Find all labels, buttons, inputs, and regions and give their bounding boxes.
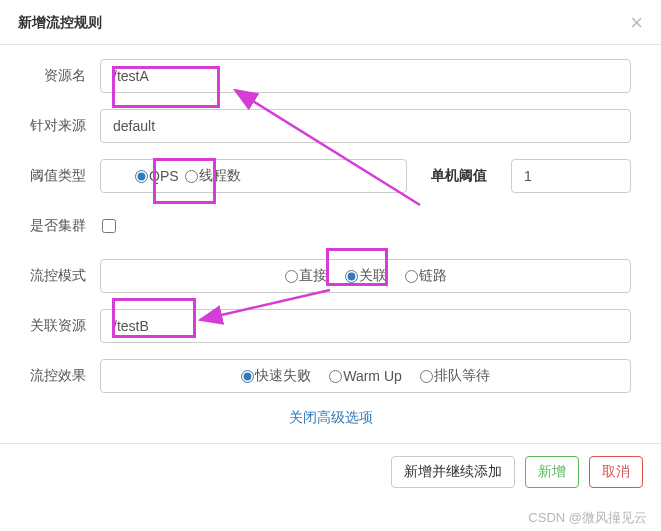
radio-effect-fast-fail-input[interactable] <box>241 370 254 383</box>
radio-effect-fast-fail-label: 快速失败 <box>255 367 311 385</box>
threshold-type-group: QPS 线程数 <box>100 159 407 193</box>
effect-group: 快速失败 Warm Up 排队等待 <box>100 359 631 393</box>
radio-effect-warm-up[interactable]: Warm Up <box>329 368 402 384</box>
cancel-button[interactable]: 取消 <box>589 456 643 488</box>
radio-qps[interactable]: QPS <box>135 168 179 184</box>
close-icon[interactable]: × <box>630 12 643 34</box>
label-mode: 流控模式 <box>30 267 100 285</box>
modal-body: 资源名 针对来源 阈值类型 QPS 线程数 单机阈值 是否集群 <box>0 45 661 443</box>
radio-mode-relate-label: 关联 <box>359 267 387 285</box>
radio-effect-queue-input[interactable] <box>420 370 433 383</box>
advanced-toggle: 关闭高级选项 <box>30 409 631 427</box>
row-cluster: 是否集群 <box>30 209 631 243</box>
mode-group: 直接 关联 链路 <box>100 259 631 293</box>
row-mode: 流控模式 直接 关联 链路 <box>30 259 631 293</box>
radio-mode-chain[interactable]: 链路 <box>405 267 447 285</box>
relate-resource-input[interactable] <box>100 309 631 343</box>
advanced-toggle-link[interactable]: 关闭高级选项 <box>289 409 373 425</box>
radio-effect-warm-up-input[interactable] <box>329 370 342 383</box>
label-resource-name: 资源名 <box>30 67 100 85</box>
row-relate-resource: 关联资源 <box>30 309 631 343</box>
radio-qps-label: QPS <box>149 168 179 184</box>
modal-header: 新增流控规则 × <box>0 0 661 45</box>
radio-mode-direct[interactable]: 直接 <box>285 267 327 285</box>
single-threshold-input[interactable] <box>511 159 631 193</box>
cluster-checkbox[interactable] <box>102 219 116 233</box>
radio-mode-relate-input[interactable] <box>345 270 358 283</box>
row-threshold-type: 阈值类型 QPS 线程数 单机阈值 <box>30 159 631 193</box>
limit-app-input[interactable] <box>100 109 631 143</box>
radio-threads-input[interactable] <box>185 170 198 183</box>
radio-qps-input[interactable] <box>135 170 148 183</box>
add-button[interactable]: 新增 <box>525 456 579 488</box>
radio-threads-label: 线程数 <box>199 167 241 185</box>
radio-mode-chain-label: 链路 <box>419 267 447 285</box>
radio-mode-direct-input[interactable] <box>285 270 298 283</box>
label-limit-app: 针对来源 <box>30 117 100 135</box>
row-limit-app: 针对来源 <box>30 109 631 143</box>
radio-mode-direct-label: 直接 <box>299 267 327 285</box>
resource-name-input[interactable] <box>100 59 631 93</box>
add-continue-button[interactable]: 新增并继续添加 <box>391 456 515 488</box>
row-effect: 流控效果 快速失败 Warm Up 排队等待 <box>30 359 631 393</box>
radio-effect-queue-label: 排队等待 <box>434 367 490 385</box>
watermark-text: CSDN @微风撞见云 <box>528 509 647 527</box>
radio-threads[interactable]: 线程数 <box>185 167 241 185</box>
radio-effect-fast-fail[interactable]: 快速失败 <box>241 367 311 385</box>
label-effect: 流控效果 <box>30 367 100 385</box>
modal-footer: 新增并继续添加 新增 取消 <box>0 443 661 500</box>
label-cluster: 是否集群 <box>30 217 100 235</box>
radio-mode-chain-input[interactable] <box>405 270 418 283</box>
label-threshold-type: 阈值类型 <box>30 167 100 185</box>
label-single-threshold: 单机阈值 <box>421 167 497 185</box>
radio-effect-warm-up-label: Warm Up <box>343 368 402 384</box>
modal-title: 新增流控规则 <box>18 14 102 32</box>
radio-mode-relate[interactable]: 关联 <box>345 267 387 285</box>
radio-effect-queue[interactable]: 排队等待 <box>420 367 490 385</box>
row-resource-name: 资源名 <box>30 59 631 93</box>
label-relate-resource: 关联资源 <box>30 317 100 335</box>
